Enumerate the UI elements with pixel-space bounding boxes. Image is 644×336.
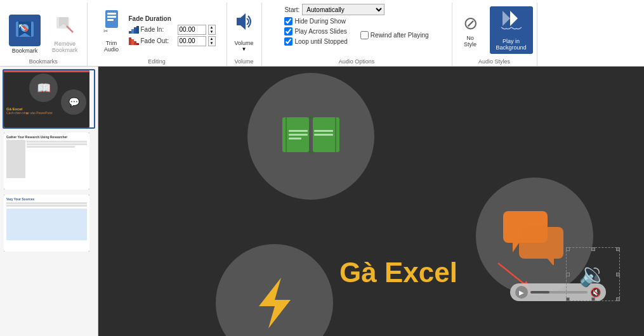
svg-rect-33 bbox=[314, 134, 333, 136]
svg-marker-22 bbox=[510, 11, 518, 26]
volume-button[interactable]: Volume ▼ bbox=[232, 8, 257, 53]
rewind-after-playing-row: Rewind after Playing bbox=[360, 31, 429, 39]
fade-controls: Fade Duration Fade In: ▲ ▼ bbox=[129, 15, 216, 46]
svg-rect-30 bbox=[289, 134, 308, 136]
no-style-icon: ⊘ bbox=[463, 13, 478, 34]
play-across-slides-checkbox[interactable] bbox=[284, 27, 292, 36]
audio-options-group: Start: Automatically On Click In Click S… bbox=[262, 3, 452, 66]
audio-progress-fill bbox=[530, 291, 549, 294]
play-in-background-button[interactable]: Play inBackground bbox=[490, 6, 533, 54]
play-bg-svg-icon bbox=[500, 10, 523, 32]
volume-group: Volume ▼ Volume bbox=[227, 3, 262, 66]
svg-rect-9 bbox=[107, 16, 116, 18]
hide-during-show-row: Hide During Show bbox=[284, 17, 347, 25]
slide-thumb-3-inner: Vary Your Sources bbox=[4, 195, 89, 252]
handle-r bbox=[616, 273, 620, 276]
no-style-button[interactable]: ⊘ NoStyle bbox=[456, 6, 485, 54]
start-label: Start: bbox=[284, 6, 299, 13]
rewind-after-playing-label: Rewind after Playing bbox=[371, 32, 429, 39]
slide2-img-placeholder bbox=[6, 140, 25, 178]
fade-in-spinner[interactable]: ▲ ▼ bbox=[208, 25, 216, 35]
thumb-book-circle: 📖 bbox=[29, 74, 58, 102]
checkboxes-area: Hide During Show Play Across Slides Loop… bbox=[284, 17, 428, 46]
svg-rect-16 bbox=[129, 37, 131, 45]
editing-group-label: Editing bbox=[148, 58, 166, 65]
thumb-text-area: Gà Excel Cách chèn nhạc vào PowerPoint bbox=[6, 107, 53, 115]
editing-group: ✂ Trim Audio Fade Duration bbox=[88, 3, 227, 66]
fade-in-down[interactable]: ▼ bbox=[209, 30, 215, 34]
start-select[interactable]: Automatically On Click In Click Sequence bbox=[302, 4, 384, 15]
slide-panel: 📖 💬 Gà Excel Cách chèn nhạc vào PowerPoi… bbox=[0, 67, 98, 336]
fade-out-label: Fade Out: bbox=[141, 37, 176, 44]
fade-out-up[interactable]: ▲ bbox=[209, 37, 215, 41]
fade-out-input[interactable] bbox=[178, 36, 206, 46]
fade-out-down[interactable]: ▼ bbox=[209, 41, 215, 46]
right-checkboxes: Rewind after Playing bbox=[360, 31, 429, 39]
volume-svg-icon bbox=[234, 9, 254, 34]
audio-styles-content: ⊘ NoStyle Play inBackground bbox=[456, 4, 533, 65]
slide2-line1 bbox=[27, 141, 87, 143]
slide3-background: Vary Your Sources bbox=[4, 195, 89, 252]
remove-bookmark-svg bbox=[55, 16, 74, 35]
slide-thumb-2[interactable]: Gather Your Research Using Researcher bbox=[3, 131, 95, 191]
add-bookmark-label: Bookmark bbox=[12, 48, 38, 54]
fade-out-bar-icon bbox=[129, 37, 139, 45]
cursor-icon: ↖ bbox=[18, 21, 26, 33]
slide2-title: Gather Your Research Using Researcher bbox=[6, 135, 87, 139]
hide-during-show-checkbox[interactable] bbox=[284, 17, 292, 25]
slide2-line3 bbox=[27, 146, 75, 148]
svg-rect-8 bbox=[107, 13, 116, 15]
add-bookmark-button[interactable]: 🔖 ↖ Bookmark bbox=[4, 9, 46, 60]
rewind-after-playing-checkbox[interactable] bbox=[360, 31, 369, 39]
fade-in-up[interactable]: ▲ bbox=[209, 25, 215, 30]
fade-in-icon bbox=[129, 26, 139, 34]
audio-options-group-label: Audio Options bbox=[339, 58, 375, 65]
fade-duration-title: Fade Duration bbox=[129, 15, 216, 22]
svg-marker-21 bbox=[503, 11, 510, 26]
svg-rect-24 bbox=[286, 117, 287, 152]
remove-bookmark-icon bbox=[55, 16, 74, 39]
svg-rect-32 bbox=[314, 130, 333, 132]
book-svg-icon bbox=[279, 111, 343, 162]
remove-bookmark-label: RemoveBookmark bbox=[52, 41, 78, 53]
volume-label: Volume bbox=[235, 40, 254, 46]
audio-styles-group: ⊘ NoStyle Play inBackground Audio Styles bbox=[452, 3, 537, 66]
trim-svg-icon: ✂ bbox=[102, 9, 121, 34]
fade-out-row: Fade Out: ▲ ▼ bbox=[129, 36, 216, 46]
slide2-content: Gather Your Research Using Researcher bbox=[4, 132, 89, 181]
loop-until-stopped-checkbox[interactable] bbox=[284, 37, 292, 46]
fade-in-input[interactable] bbox=[178, 25, 206, 35]
slide-thumb-3[interactable]: Vary Your Sources bbox=[3, 193, 95, 253]
audio-play-button[interactable]: ▶ bbox=[515, 286, 528, 299]
ga-excel-text: Gà Excel bbox=[339, 257, 457, 288]
slide-thumb-1[interactable]: 📖 💬 Gà Excel Cách chèn nhạc vào PowerPoi… bbox=[3, 69, 95, 129]
fade-in-row: Fade In: ▲ ▼ bbox=[129, 25, 216, 35]
editing-group-content: ✂ Trim Audio Fade Duration bbox=[98, 4, 216, 65]
thumb-book-icon: 📖 bbox=[37, 81, 51, 95]
svg-marker-20 bbox=[237, 13, 246, 30]
thumb-subtitle: Cách chèn nhạc vào PowerPoint bbox=[6, 111, 53, 115]
trim-icon: ✂ bbox=[102, 9, 121, 39]
chat-svg-icon bbox=[500, 208, 570, 265]
slide3-title: Vary Your Sources bbox=[6, 197, 87, 201]
fade-out-spinner[interactable]: ▲ ▼ bbox=[208, 36, 216, 46]
volume-dropdown-arrow: ▼ bbox=[242, 46, 247, 52]
slide1-background: 📖 💬 Gà Excel Cách chèn nhạc vào PowerPoi… bbox=[4, 70, 89, 127]
svg-rect-15 bbox=[136, 26, 139, 34]
play-in-background-label: Play inBackground bbox=[496, 38, 527, 51]
svg-rect-18 bbox=[134, 41, 136, 45]
selection-handles: 🔉 bbox=[566, 247, 620, 301]
svg-marker-37 bbox=[548, 259, 554, 265]
slide-thumb-2-inner: Gather Your Research Using Researcher bbox=[4, 132, 89, 190]
audio-styles-group-label: Audio Styles bbox=[478, 58, 510, 65]
slide3-img bbox=[6, 209, 87, 240]
slide3-content: Vary Your Sources bbox=[4, 195, 89, 243]
trim-audio-button[interactable]: ✂ Trim Audio bbox=[98, 6, 125, 55]
svg-rect-36 bbox=[519, 227, 563, 259]
start-row: Start: Automatically On Click In Click S… bbox=[284, 4, 384, 15]
slide2-text-area bbox=[27, 140, 87, 178]
slide3-line1 bbox=[6, 202, 87, 204]
remove-bookmark-button[interactable]: RemoveBookmark bbox=[47, 9, 83, 60]
fade-in-label: Fade In: bbox=[141, 26, 176, 33]
ribbon: 🔖 ↖ Bookmark RemoveBookmark Bookm bbox=[0, 0, 644, 67]
